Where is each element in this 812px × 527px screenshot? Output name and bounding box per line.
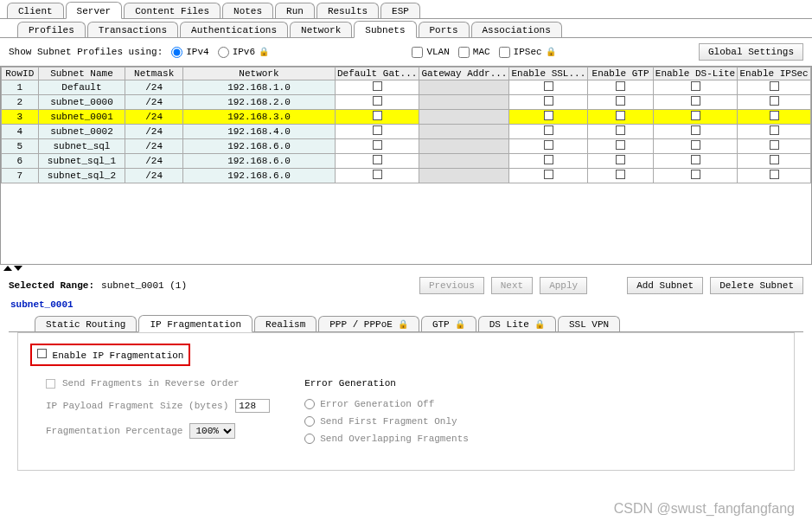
- enable-ssl-checkbox[interactable]: [509, 80, 588, 95]
- col-header[interactable]: Enable GTP: [588, 67, 654, 80]
- tab-esp[interactable]: ESP: [380, 3, 420, 18]
- tab-server[interactable]: Server: [66, 2, 123, 19]
- table-row[interactable]: 5subnet_sql/24192.168.6.0: [2, 139, 811, 154]
- enable-gtp-checkbox[interactable]: [588, 95, 654, 110]
- enable-gtp-checkbox[interactable]: [588, 169, 654, 183]
- add-subnet-button[interactable]: Add Subnet: [627, 277, 703, 294]
- default-gateway-checkbox[interactable]: [336, 169, 419, 183]
- subtab-ports[interactable]: Ports: [419, 22, 470, 37]
- tab-content-files[interactable]: Content Files: [124, 3, 221, 18]
- table-row[interactable]: 2subnet_0000/24192.168.2.0: [2, 95, 811, 110]
- delete-subnet-button[interactable]: Delete Subnet: [710, 277, 803, 294]
- subtab-profiles[interactable]: Profiles: [17, 22, 86, 37]
- table-row[interactable]: 3subnet_0001/24192.168.3.0: [2, 110, 811, 125]
- enable-gtp-checkbox[interactable]: [588, 110, 654, 125]
- col-header[interactable]: Subnet Name: [38, 67, 125, 80]
- ipv6-radio[interactable]: IPv6 🔒: [218, 47, 269, 58]
- table-cell: 7: [2, 169, 39, 183]
- tab-run[interactable]: Run: [275, 3, 315, 18]
- default-gateway-checkbox[interactable]: [336, 95, 419, 110]
- col-header[interactable]: Enable SSL...: [509, 67, 588, 80]
- vlan-checkbox[interactable]: VLAN: [412, 47, 449, 58]
- detailtab-gtp[interactable]: GTP 🔒: [421, 316, 476, 331]
- tab-client[interactable]: Client: [7, 3, 64, 18]
- ipv4-radio[interactable]: IPv4: [171, 47, 208, 58]
- enable-ssl-checkbox[interactable]: [509, 110, 588, 125]
- previous-button[interactable]: Previous: [419, 277, 484, 294]
- tab-notes[interactable]: Notes: [222, 3, 273, 18]
- subtab-authentications[interactable]: Authentications: [180, 22, 288, 37]
- enable-dslite-checkbox[interactable]: [653, 80, 737, 95]
- subtab-network[interactable]: Network: [290, 22, 352, 37]
- enable-ipsec-checkbox[interactable]: [738, 139, 811, 154]
- col-header[interactable]: Enable IPSec: [738, 67, 811, 80]
- detailtab-ip-fragmentation[interactable]: IP Fragmentation: [138, 315, 253, 332]
- default-gateway-checkbox[interactable]: [336, 125, 419, 139]
- enable-ipsec-checkbox[interactable]: [738, 125, 811, 139]
- error-generation-title: Error Generation: [304, 378, 469, 389]
- enable-ipsec-checkbox[interactable]: [738, 154, 811, 169]
- global-settings-button[interactable]: Global Settings: [699, 43, 803, 61]
- enable-dslite-checkbox[interactable]: [653, 169, 737, 183]
- mac-checkbox[interactable]: MAC: [458, 47, 490, 58]
- col-header[interactable]: RowID: [2, 67, 39, 80]
- table-row[interactable]: 1Default/24192.168.1.0: [2, 80, 811, 95]
- detailtab-realism[interactable]: Realism: [254, 316, 316, 331]
- enable-ssl-checkbox[interactable]: [509, 95, 588, 110]
- enable-ipsec-checkbox[interactable]: [738, 110, 811, 125]
- reverse-order-checkbox[interactable]: Send Fragments in Reverse Order: [46, 378, 270, 389]
- fragmentation-percentage-select[interactable]: 100%: [189, 423, 235, 439]
- lock-icon: 🔒: [259, 47, 269, 57]
- enable-fragmentation-checkbox[interactable]: Enable IP Fragmentation: [37, 350, 183, 361]
- enable-ssl-checkbox[interactable]: [509, 139, 588, 154]
- enable-dslite-checkbox[interactable]: [653, 125, 737, 139]
- fragmentation-options: Send Fragments in Reverse Order IP Paylo…: [46, 378, 270, 444]
- col-header[interactable]: Gateway Addr...: [419, 67, 509, 80]
- selected-range-value: subnet_0001 (1): [101, 280, 187, 291]
- enable-dslite-checkbox[interactable]: [653, 139, 737, 154]
- error-first-radio[interactable]: Send First Fragment Only: [304, 416, 469, 427]
- enable-dslite-checkbox[interactable]: [653, 110, 737, 125]
- detailtab-ppp-pppoe[interactable]: PPP / PPPoE 🔒: [318, 316, 419, 331]
- enable-ssl-checkbox[interactable]: [509, 169, 588, 183]
- enable-ipsec-checkbox[interactable]: [738, 169, 811, 183]
- triangle-up-icon: [3, 266, 12, 271]
- table-cell: subnet_sql: [38, 139, 125, 154]
- enable-dslite-checkbox[interactable]: [653, 95, 737, 110]
- subtab-subnets[interactable]: Subnets: [354, 21, 416, 38]
- table-cell: /24: [125, 125, 183, 139]
- enable-gtp-checkbox[interactable]: [588, 139, 654, 154]
- table-row[interactable]: 7subnet_sql_2/24192.168.6.0: [2, 169, 811, 183]
- enable-dslite-checkbox[interactable]: [653, 154, 737, 169]
- enable-gtp-checkbox[interactable]: [588, 154, 654, 169]
- error-overlap-radio[interactable]: Send Overlapping Fragments: [304, 434, 469, 444]
- table-row[interactable]: 4subnet_0002/24192.168.4.0: [2, 125, 811, 139]
- detailtab-ds-lite[interactable]: DS Lite 🔒: [478, 316, 556, 331]
- subtab-transactions[interactable]: Transactions: [87, 22, 178, 37]
- tab-results[interactable]: Results: [316, 3, 379, 18]
- enable-ssl-checkbox[interactable]: [509, 154, 588, 169]
- table-row[interactable]: 6subnet_sql_1/24192.168.6.0: [2, 154, 811, 169]
- col-header[interactable]: Network: [182, 67, 335, 80]
- detailtab-static-routing[interactable]: Static Routing: [35, 316, 137, 331]
- col-header[interactable]: Enable DS-Lite: [653, 67, 737, 80]
- default-gateway-checkbox[interactable]: [336, 139, 419, 154]
- detailtab-ssl-vpn[interactable]: SSL VPN: [558, 316, 620, 331]
- enable-ipsec-checkbox[interactable]: [738, 80, 811, 95]
- enable-ssl-checkbox[interactable]: [509, 125, 588, 139]
- splitter[interactable]: [0, 265, 812, 272]
- col-header[interactable]: Default Gat...: [336, 67, 419, 80]
- default-gateway-checkbox[interactable]: [336, 110, 419, 125]
- payload-size-input[interactable]: [235, 399, 270, 413]
- enable-gtp-checkbox[interactable]: [588, 80, 654, 95]
- enable-ipsec-checkbox[interactable]: [738, 95, 811, 110]
- col-header[interactable]: Netmask: [125, 67, 183, 80]
- default-gateway-checkbox[interactable]: [336, 80, 419, 95]
- next-button[interactable]: Next: [491, 277, 533, 294]
- enable-gtp-checkbox[interactable]: [588, 125, 654, 139]
- subtab-associations[interactable]: Associations: [471, 22, 562, 37]
- error-off-radio[interactable]: Error Generation Off: [304, 399, 469, 409]
- default-gateway-checkbox[interactable]: [336, 154, 419, 169]
- ipsec-checkbox[interactable]: IPSec 🔒: [499, 47, 556, 58]
- apply-button[interactable]: Apply: [540, 277, 587, 294]
